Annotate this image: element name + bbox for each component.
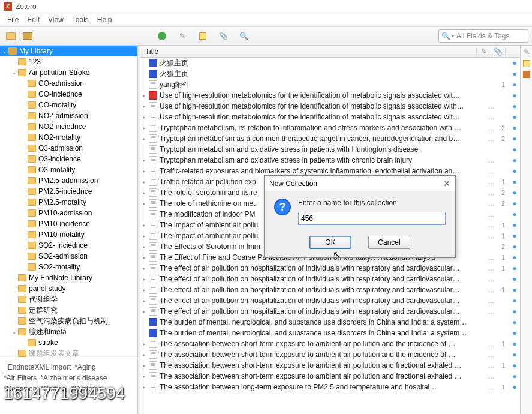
book-icon[interactable] [523,71,530,78]
row-twisty-icon[interactable]: ▸ [143,179,149,185]
tag[interactable]: *Alzheimer's disease [40,374,107,382]
column-creator[interactable]: ✎ [477,47,491,56]
sidebar-item[interactable]: CO-inciednce [0,89,137,100]
sidebar-item[interactable]: 123 [0,56,137,67]
row-twisty-icon[interactable]: ▸ [143,385,149,390]
item-row[interactable]: ▸The effect of air pollution on hospital… [140,284,520,295]
sidebar-item[interactable]: panel study [0,283,137,294]
sidebar-item[interactable]: PM10-incidence [0,218,137,229]
sidebar-item[interactable]: CO-admission [0,78,137,89]
row-twisty-icon[interactable]: ▸ [143,352,149,358]
row-twisty-icon[interactable]: ▸ [143,255,149,260]
twisty-icon[interactable]: ⌄ [1,48,8,54]
item-row[interactable]: ▸The effect of air pollution on hospital… [140,306,520,317]
note-rail-icon[interactable] [523,60,530,67]
twisty-icon[interactable]: ⌄ [11,329,18,335]
row-twisty-icon[interactable]: ▸ [143,201,149,206]
item-row[interactable]: 火狐主页● [140,58,520,68]
tag[interactable]: *Aging [74,363,95,371]
sidebar-item[interactable]: SO2- inciednce [0,240,137,251]
sidebar-item[interactable]: ⌄综述和meta [0,326,137,337]
row-twisty-icon[interactable]: ▸ [143,244,149,250]
tag[interactable]: *Cortisol [40,385,67,393]
tag[interactable]: *Cognition [4,385,37,393]
collection-name-input[interactable] [298,212,446,225]
tag[interactable]: _EndnoteXML import [4,363,71,371]
add-by-identifier-button[interactable]: ✎ [175,29,190,43]
item-row[interactable]: ▸The association between short-term expo… [140,371,520,382]
item-row[interactable]: The burden of mental, neurological, and … [140,328,520,338]
item-row[interactable]: ▸The association between short-term expo… [140,349,520,360]
item-row[interactable]: ▸The association between short-term expo… [140,360,520,371]
new-item-button[interactable] [155,29,169,43]
column-title[interactable]: Title [140,47,477,56]
menu-edit[interactable]: Edit [23,14,43,25]
close-icon[interactable]: ✕ [443,179,450,188]
advanced-search-button[interactable]: 🔍 [236,29,251,43]
sidebar-item[interactable]: NO2-inciednce [0,121,137,132]
column-attach[interactable]: 📎 [491,47,506,56]
item-row[interactable]: ▸Tryptophan metabolism as a common thera… [140,133,520,144]
item-row[interactable]: ▸The effect of air pollution on hospital… [140,295,520,306]
item-row[interactable]: ▸The association between long-term expos… [140,382,520,392]
row-twisty-icon[interactable]: ▸ [143,223,149,228]
sidebar-item[interactable]: O3-incidence [0,154,137,164]
sidebar-item[interactable]: My EndNote Library [0,272,137,283]
cancel-button[interactable]: Cancel [368,236,410,249]
tags-pane[interactable]: _EndnoteXML import*Aging*Air Filters*Alz… [0,359,137,397]
sidebar-item[interactable]: 代谢组学 [0,294,137,305]
row-twisty-icon[interactable]: ▸ [143,266,149,271]
row-twisty-icon[interactable]: ▸ [143,309,149,314]
row-twisty-icon[interactable]: ▸ [143,341,149,347]
sidebar-item[interactable]: SO2-admission [0,251,137,262]
sidebar-item[interactable]: NO2-motality [0,132,137,143]
ok-button[interactable]: OK [309,236,351,249]
tag[interactable]: *Cysteine [71,385,102,393]
item-row[interactable]: Tryptophan metabolism and oxidative stre… [140,144,520,155]
row-twisty-icon[interactable]: ▸ [143,298,149,304]
sidebar-item[interactable]: ⌄Air pollution-Stroke [0,67,137,78]
menu-help[interactable]: Help [94,14,116,25]
add-attachment-button[interactable]: 📎 [216,29,230,43]
sidebar-item[interactable]: PM10-admission [0,208,137,218]
sidebar-item[interactable]: PM2.5-addmission [0,175,137,186]
sidebar-item[interactable]: CO-motality [0,100,137,110]
sidebar-item[interactable]: 定群研究 [0,305,137,316]
row-twisty-icon[interactable]: ▸ [143,158,149,163]
item-row[interactable]: The burden of mental, neurological, and … [140,317,520,328]
sidebar-item[interactable]: 空气污染疾病负担与机制 [0,316,137,326]
sidebar-item[interactable]: stroke [0,337,137,348]
row-twisty-icon[interactable]: ▸ [143,277,149,282]
sidebar-item[interactable]: ⌄My Library [0,46,137,56]
row-twisty-icon[interactable]: ▸ [143,125,149,131]
item-row[interactable]: ▸Use of high-resolution metabolomics for… [140,101,520,112]
item-row[interactable]: 火狐主页● [140,68,520,79]
twisty-icon[interactable]: ⌄ [11,70,18,76]
row-twisty-icon[interactable]: ▸ [143,104,149,109]
item-row[interactable]: ▸Use of high-resolution metabolomics for… [140,90,520,101]
row-twisty-icon[interactable]: ▸ [143,287,149,293]
menu-view[interactable]: View [44,14,67,25]
item-row[interactable]: ▸Tryptophan metabolism, its relation to … [140,122,520,133]
collections-sidebar[interactable]: ⌄My Library123⌄Air pollution-StrokeCO-ad… [0,46,138,414]
sidebar-item[interactable]: PM2.5-inciednce [0,186,137,197]
sidebar-item[interactable]: PM2.5-motality [0,197,137,208]
new-collection-button[interactable] [4,29,18,43]
sidebar-item[interactable]: O3-admission [0,143,137,154]
tag[interactable]: *Air Filters [4,374,37,382]
new-note-button[interactable] [196,29,210,43]
new-library-button[interactable] [20,29,35,43]
sidebar-item[interactable]: 课题组发表文章 [0,348,137,359]
menu-file[interactable]: File [4,14,22,25]
menu-tools[interactable]: Tools [68,14,92,25]
row-twisty-icon[interactable]: ▸ [143,190,149,196]
search-input[interactable]: 🔍 ▾ All Fields & Tags [438,29,528,43]
item-row[interactable]: yang附件1● [140,79,520,90]
item-row[interactable]: ▸Use of high-resolution metabolomics for… [140,112,520,122]
item-row[interactable]: ▸The effect of air pollution on hospital… [140,274,520,284]
row-twisty-icon[interactable]: ▸ [143,233,149,239]
sidebar-item[interactable]: NO2-admission [0,110,137,121]
sidebar-item[interactable]: O3-motality [0,164,137,175]
item-row[interactable]: ▸Tryptophan metabolism and oxidative str… [140,155,520,166]
sidebar-item[interactable]: SO2-motality [0,262,137,272]
